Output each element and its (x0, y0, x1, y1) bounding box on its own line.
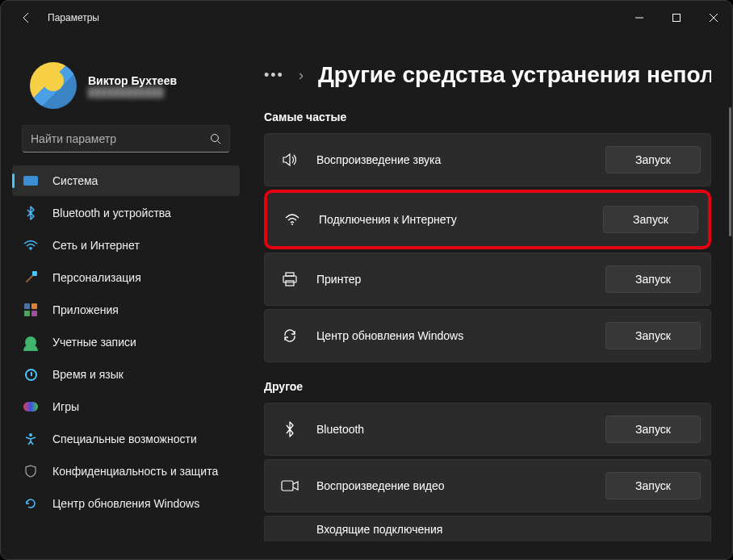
svg-point-4 (30, 249, 31, 250)
troubleshooter-windows-update: Центр обновления Windows Запуск (264, 309, 711, 362)
wifi-icon (23, 238, 38, 253)
sidebar-item-label: Центр обновления Windows (52, 497, 199, 510)
run-button[interactable]: Запуск (605, 265, 701, 293)
minimize-button[interactable] (621, 1, 658, 35)
sidebar-item-bluetooth[interactable]: Bluetooth и устройства (12, 198, 240, 228)
sidebar-item-label: Время и язык (52, 368, 124, 381)
troubleshooter-label: Bluetooth (316, 423, 588, 436)
sidebar-item-label: Сеть и Интернет (52, 239, 140, 252)
svg-rect-7 (286, 273, 294, 276)
window-controls (621, 1, 732, 35)
sidebar-item-label: Специальные возможности (52, 433, 197, 445)
sidebar-item-update[interactable]: Центр обновления Windows (12, 488, 240, 519)
apps-icon (23, 303, 38, 317)
troubleshooter-label: Воспроизведение видео (316, 479, 588, 492)
page-title: Другие средства устранения непола (318, 62, 711, 88)
troubleshooter-bluetooth: Bluetooth Запуск (264, 403, 711, 456)
section-other: Другое (251, 362, 724, 403)
sidebar-item-accessibility[interactable]: Специальные возможности (12, 424, 240, 454)
avatar (30, 62, 77, 109)
sidebar-item-label: Учетные записи (52, 336, 136, 349)
sidebar: Виктор Бухтеев ████████████ Система (1, 35, 251, 559)
sidebar-item-games[interactable]: Игры (12, 391, 240, 422)
person-icon (23, 335, 38, 349)
section-frequent: Самые частые (251, 93, 724, 133)
speaker-icon (281, 151, 299, 169)
sidebar-item-accounts[interactable]: Учетные записи (12, 327, 240, 357)
sidebar-item-label: Игры (52, 400, 79, 413)
sidebar-item-label: Bluetooth и устройства (52, 207, 171, 219)
close-button[interactable] (695, 1, 732, 35)
chevron-right-icon: › (299, 67, 304, 84)
svg-point-6 (291, 224, 293, 225)
svg-rect-8 (283, 276, 296, 282)
sidebar-item-label: Конфиденциальность и защита (52, 465, 218, 478)
search-icon (210, 133, 221, 144)
printer-icon (281, 270, 299, 288)
troubleshooter-incoming: Входящие подключения Запуск (264, 516, 711, 541)
system-icon (23, 173, 38, 188)
troubleshooter-label: Входящие подключения (316, 523, 701, 536)
run-button[interactable]: Запуск (605, 322, 701, 349)
profile-name: Виктор Бухтеев (88, 74, 177, 87)
troubleshooter-label: Принтер (316, 273, 588, 286)
troubleshooter-video: Воспроизведение видео Запуск (264, 459, 711, 512)
maximize-button[interactable] (658, 1, 695, 35)
bluetooth-icon (23, 206, 38, 220)
update-icon (23, 496, 38, 511)
svg-rect-10 (282, 481, 293, 491)
sidebar-item-personalization[interactable]: Персонализация (12, 262, 240, 293)
svg-line-3 (218, 141, 221, 144)
run-button[interactable]: Запуск (605, 472, 701, 499)
sidebar-item-system[interactable]: Система (12, 165, 240, 196)
sidebar-item-label: Приложения (52, 303, 119, 316)
svg-point-5 (29, 433, 32, 437)
sidebar-item-label: Персонализация (52, 271, 141, 284)
search-input[interactable] (31, 132, 210, 145)
troubleshooter-label: Центр обновления Windows (316, 329, 588, 342)
troubleshooter-label: Воспроизведение звука (316, 153, 588, 166)
troubleshooter-audio: Воспроизведение звука Запуск (264, 133, 711, 186)
brush-icon (23, 270, 38, 285)
sidebar-item-time[interactable]: Время и язык (12, 359, 240, 390)
sync-icon (281, 327, 299, 345)
sidebar-item-apps[interactable]: Приложения (12, 295, 240, 325)
gamepad-icon (23, 399, 38, 414)
video-icon (281, 477, 299, 495)
titlebar: Параметры (1, 1, 732, 35)
bluetooth-icon (281, 420, 299, 438)
run-button[interactable]: Запуск (603, 206, 698, 233)
troubleshooter-internet: Подключения к Интернету Запуск (264, 190, 711, 249)
sidebar-item-privacy[interactable]: Конфиденциальность и защита (12, 456, 240, 487)
sidebar-item-network[interactable]: Сеть и Интернет (12, 230, 240, 261)
troubleshooter-label: Подключения к Интернету (319, 213, 585, 226)
run-button[interactable]: Запуск (605, 146, 701, 173)
sidebar-item-label: Система (52, 174, 98, 187)
wifi-icon (283, 211, 301, 228)
scrollbar[interactable] (729, 107, 731, 236)
breadcrumb-overflow[interactable]: ••• (264, 67, 284, 84)
troubleshooter-printer: Принтер Запуск (264, 253, 711, 306)
main-content: ••• › Другие средства устранения непола … (251, 35, 732, 559)
nav: Система Bluetooth и устройства Сеть и Ин… (7, 165, 245, 519)
back-button[interactable] (10, 2, 43, 34)
breadcrumb: ••• › Другие средства устранения непола (251, 35, 724, 93)
clock-icon (23, 367, 38, 382)
window-title: Параметры (48, 12, 99, 23)
search-box[interactable] (22, 125, 230, 153)
profile-email: ████████████ (88, 87, 177, 97)
svg-rect-9 (286, 281, 294, 286)
accessibility-icon (23, 432, 38, 446)
profile-block[interactable]: Виктор Бухтеев ████████████ (7, 35, 245, 125)
run-button[interactable]: Запуск (605, 416, 701, 443)
svg-point-2 (212, 135, 219, 142)
settings-window: Параметры Виктор Бухтеев ████████████ (0, 0, 733, 560)
shield-icon (23, 464, 38, 479)
svg-rect-1 (673, 15, 681, 22)
